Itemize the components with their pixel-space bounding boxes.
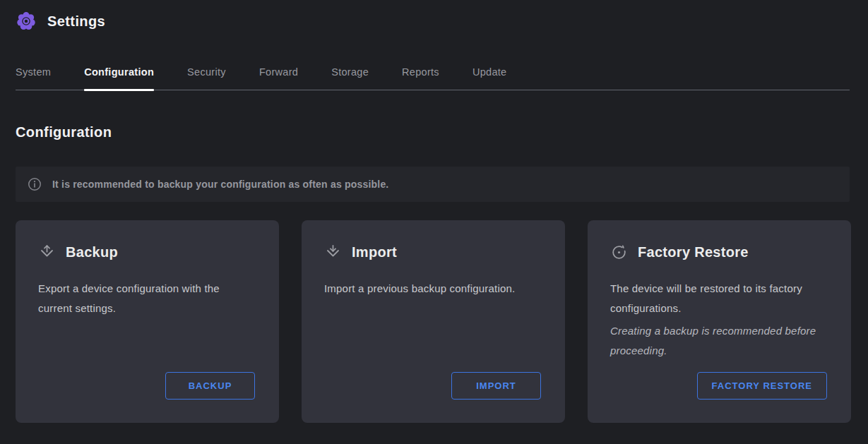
page-title: Configuration: [16, 124, 112, 140]
banner-text: It is recommended to backup your configu…: [52, 179, 388, 190]
card-title: Backup: [66, 244, 118, 260]
card-description: Import a previous backup configuration.: [324, 279, 542, 299]
info-banner: It is recommended to backup your configu…: [16, 167, 850, 202]
card-title: Factory Restore: [638, 244, 749, 260]
app-title: Settings: [47, 13, 105, 30]
factory-restore-button[interactable]: FACTORY RESTORE: [697, 372, 827, 400]
card-header: Factory Restore: [610, 243, 828, 261]
card-description: The device will be restored to its facto…: [610, 279, 828, 318]
tab-security[interactable]: Security: [187, 62, 226, 90]
card-title: Import: [352, 244, 397, 260]
tab-bar: System Configuration Security Forward St…: [16, 62, 850, 90]
gear-icon: [16, 11, 37, 32]
card-note: Creating a backup is recommended before …: [610, 321, 828, 361]
tab-configuration[interactable]: Configuration: [84, 62, 154, 90]
info-icon: [27, 176, 42, 192]
factory-restore-card: Factory Restore The device will be resto…: [588, 220, 851, 423]
download-icon: [324, 244, 342, 261]
cards-row: Backup Export a device configuration wit…: [16, 220, 851, 423]
backup-button[interactable]: BACKUP: [165, 372, 255, 400]
import-card: Import Import a previous backup configur…: [302, 220, 565, 423]
import-button[interactable]: IMPORT: [451, 372, 541, 400]
backup-card: Backup Export a device configuration wit…: [16, 220, 279, 423]
card-header: Import: [324, 243, 542, 261]
tab-forward[interactable]: Forward: [259, 62, 298, 90]
tab-system[interactable]: System: [16, 62, 51, 90]
card-header: Backup: [38, 243, 256, 261]
tab-update[interactable]: Update: [472, 62, 507, 90]
tab-reports[interactable]: Reports: [402, 62, 439, 90]
restore-icon: [610, 244, 628, 261]
upload-icon: [38, 244, 56, 261]
tab-storage[interactable]: Storage: [331, 62, 369, 90]
topbar: Settings: [16, 11, 105, 32]
card-description: Export a device configuration with the c…: [38, 279, 256, 318]
